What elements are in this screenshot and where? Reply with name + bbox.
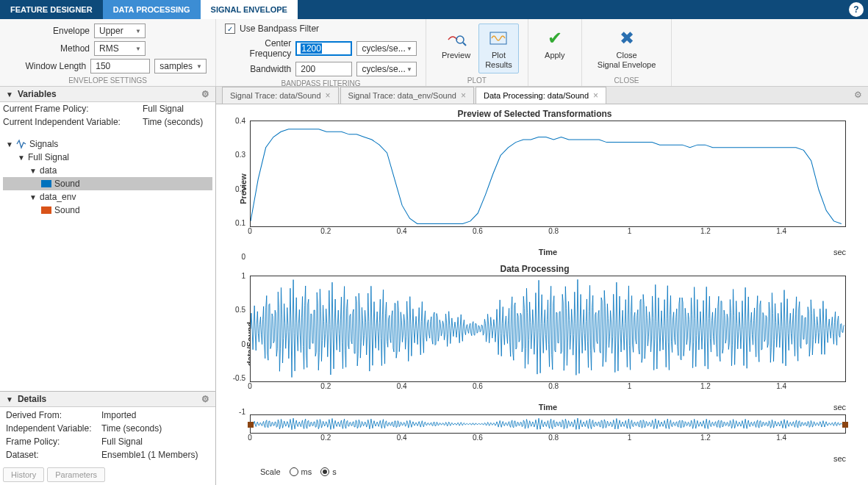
details-panel: ▼ Details ⚙ Derived From:Imported Indepe… bbox=[0, 391, 215, 485]
scale-row: Scale ms s bbox=[223, 463, 846, 476]
close-group-label: CLOSE bbox=[591, 76, 663, 86]
preview-chart-title: Preview of Selected Transformations bbox=[223, 109, 846, 119]
detail-frame-label: Frame Policy: bbox=[6, 436, 101, 447]
window-length-input[interactable]: 150 bbox=[90, 59, 150, 73]
tree-signals[interactable]: ▼Signals bbox=[3, 137, 212, 151]
details-title: Details bbox=[18, 394, 46, 404]
close-button-label: Close Signal Envelope bbox=[598, 51, 656, 70]
close-button[interactable]: ✖ Close Signal Envelope bbox=[591, 24, 663, 73]
preview-axes: Preview 00.10.20.30.4 00.20.40.60.811.21… bbox=[250, 121, 846, 256]
radio-s[interactable] bbox=[320, 467, 329, 476]
range-handle-left[interactable] bbox=[248, 422, 254, 428]
radio-ms[interactable] bbox=[290, 467, 298, 476]
variables-header[interactable]: ▼ Variables ⚙ bbox=[0, 87, 215, 102]
apply-button-label: Apply bbox=[545, 51, 565, 60]
gear-icon[interactable]: ⚙ bbox=[201, 89, 209, 99]
envelope-group-label: ENVELOPE SETTINGS bbox=[9, 76, 207, 86]
overview-axes: 00.20.40.60.811.21.4 sec bbox=[250, 414, 846, 463]
tree-dataenv[interactable]: ▼data_env bbox=[3, 190, 212, 204]
tree-data-sound[interactable]: Sound bbox=[3, 177, 212, 190]
time-label: Time bbox=[539, 248, 557, 256]
sec-unit: sec bbox=[833, 403, 846, 412]
use-bandpass-checkbox[interactable]: ✓ bbox=[225, 24, 235, 34]
center-freq-unit-dropdown[interactable]: cycles/se... bbox=[356, 41, 417, 56]
sec-unit: sec bbox=[833, 248, 846, 256]
preview-plot[interactable] bbox=[250, 121, 846, 227]
close-tab-icon[interactable]: × bbox=[461, 90, 466, 101]
tree-data[interactable]: ▼data bbox=[3, 164, 212, 177]
indep-var-label: Current Independent Variable: bbox=[3, 117, 143, 127]
preview-icon bbox=[445, 27, 467, 49]
time-label: Time bbox=[539, 403, 557, 412]
plot-group-label: PLOT bbox=[435, 76, 519, 86]
chevron-down-icon: ▼ bbox=[6, 395, 13, 403]
close-icon: ✖ bbox=[616, 27, 638, 49]
frame-policy-label: Current Frame Policy: bbox=[3, 104, 143, 114]
chart-area: Preview of Selected Transformations Prev… bbox=[216, 104, 868, 485]
dp-axes: data/Sound -1-0.500.51 00.20.40.60.811.2… bbox=[250, 276, 846, 412]
file-tabs: Signal Trace: data/Sound× Signal Trace: … bbox=[216, 87, 868, 104]
tree-full-signal[interactable]: ▼Full Signal bbox=[3, 151, 212, 164]
overview-plot[interactable] bbox=[250, 414, 846, 434]
svg-rect-2 bbox=[490, 32, 506, 44]
toolbar: Envelope Upper Method RMS Window Length … bbox=[0, 19, 868, 87]
gear-icon[interactable]: ⚙ bbox=[201, 394, 209, 404]
signal-icon bbox=[16, 139, 26, 149]
sec-unit: sec bbox=[833, 454, 846, 463]
detail-indep-label: Independent Variable: bbox=[6, 423, 101, 434]
chevron-down-icon: ▼ bbox=[6, 90, 13, 98]
center-freq-label: Center Frequency bbox=[225, 38, 291, 59]
detail-indep-value: Time (seconds) bbox=[101, 423, 162, 434]
preview-button-label: Preview bbox=[442, 51, 470, 60]
file-tab-2[interactable]: Signal Trace: data_env/Sound× bbox=[340, 87, 474, 104]
derived-label: Derived From: bbox=[6, 410, 101, 420]
parameters-button[interactable]: Parameters bbox=[47, 467, 105, 482]
window-length-label: Window Length bbox=[9, 61, 86, 71]
close-tab-icon[interactable]: × bbox=[593, 90, 598, 101]
checkmark-icon: ✔ bbox=[544, 27, 566, 49]
tab-data-processing[interactable]: DATA PROCESSING bbox=[103, 0, 201, 19]
variables-title: Variables bbox=[18, 89, 57, 99]
dataset-value: Ensemble1 (1 Members) bbox=[101, 450, 198, 460]
scale-label: Scale bbox=[260, 467, 281, 476]
close-tab-icon[interactable]: × bbox=[326, 90, 331, 101]
indep-var-value: Time (seconds) bbox=[143, 117, 203, 127]
help-button[interactable]: ? bbox=[849, 2, 864, 17]
method-label: Method bbox=[9, 43, 90, 54]
plot-results-button[interactable]: Plot Results bbox=[478, 24, 519, 73]
bandwidth-unit-dropdown[interactable]: cycles/se... bbox=[356, 62, 417, 76]
envelope-label: Envelope bbox=[9, 26, 90, 36]
envelope-dropdown[interactable]: Upper bbox=[94, 24, 146, 38]
tree-dataenv-sound[interactable]: Sound bbox=[3, 204, 212, 217]
dp-plot[interactable] bbox=[250, 276, 846, 382]
history-button[interactable]: History bbox=[3, 467, 44, 482]
bandwidth-input[interactable]: 200 bbox=[295, 62, 352, 76]
tab-signal-envelope[interactable]: SIGNAL ENVELOPE bbox=[201, 0, 298, 19]
plot-results-button-label: Plot Results bbox=[485, 51, 512, 70]
main-area: ▼ Variables ⚙ Current Frame Policy:Full … bbox=[0, 87, 868, 485]
method-dropdown[interactable]: RMS bbox=[94, 41, 146, 56]
svg-line-1 bbox=[463, 43, 466, 46]
apply-button[interactable]: ✔ Apply bbox=[537, 24, 573, 64]
details-header[interactable]: ▼ Details ⚙ bbox=[0, 392, 215, 407]
left-panel: ▼ Variables ⚙ Current Frame Policy:Full … bbox=[0, 87, 216, 485]
top-tab-bar: FEATURE DESIGNER DATA PROCESSING SIGNAL … bbox=[0, 0, 868, 19]
svg-point-0 bbox=[456, 36, 464, 43]
plot-results-icon bbox=[487, 27, 509, 49]
bandwidth-label: Bandwidth bbox=[225, 64, 291, 74]
dp-chart-title: Data Processing bbox=[223, 264, 846, 274]
color-swatch-blue bbox=[41, 180, 51, 187]
use-bandpass-label: Use Bandpass Filter bbox=[240, 24, 319, 34]
derived-value: Imported bbox=[101, 410, 136, 420]
color-swatch-orange bbox=[41, 206, 51, 214]
tab-feature-designer[interactable]: FEATURE DESIGNER bbox=[0, 0, 103, 19]
file-tab-1[interactable]: Signal Trace: data/Sound× bbox=[222, 87, 339, 104]
dataset-label: Dataset: bbox=[6, 450, 101, 460]
detail-frame-value: Full Signal bbox=[101, 436, 143, 447]
preview-button[interactable]: Preview bbox=[435, 24, 477, 64]
file-tab-3[interactable]: Data Processing: data/Sound× bbox=[476, 87, 606, 104]
window-length-unit-dropdown[interactable]: samples bbox=[154, 59, 207, 73]
gear-icon[interactable]: ⚙ bbox=[854, 90, 862, 100]
range-handle-right[interactable] bbox=[842, 422, 848, 428]
center-freq-input[interactable]: 1200 bbox=[295, 41, 352, 56]
